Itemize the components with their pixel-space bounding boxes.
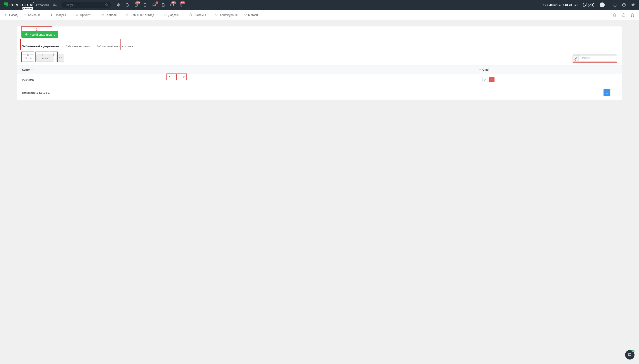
nav-appearance[interactable]: Зовнішній вигляд bbox=[126, 13, 158, 16]
table-search[interactable] bbox=[573, 54, 617, 62]
shopping-icon bbox=[243, 13, 247, 16]
tasks-icon[interactable]: 250 bbox=[134, 3, 138, 7]
clipboard-icon[interactable] bbox=[143, 3, 147, 7]
svg-point-19 bbox=[103, 16, 103, 16]
mail-icon[interactable]: 964 bbox=[170, 3, 174, 7]
globe-icon bbox=[189, 13, 192, 16]
button-label: Новий спам фільтр bbox=[29, 33, 55, 36]
nav-back[interactable]: Назад bbox=[5, 13, 18, 16]
chevron-down-icon bbox=[155, 14, 158, 16]
panel-top: Новий спам фільтр bbox=[17, 26, 622, 42]
footer-info: Показано 1 до 1 з 1 bbox=[22, 91, 50, 94]
nav-label: Компанія bbox=[28, 13, 40, 16]
create-dropdown[interactable]: Створити bbox=[36, 3, 50, 7]
table-footer: Показано 1 до 1 з 1 1 bbox=[17, 85, 622, 96]
nav-back-label: Назад bbox=[9, 13, 18, 16]
thumbs-up-icon[interactable] bbox=[621, 13, 625, 17]
stats-icon[interactable] bbox=[53, 3, 57, 7]
column-label: Контент bbox=[22, 68, 33, 71]
button-label: Експорт bbox=[40, 56, 51, 60]
currency-rate: USD: 40.67 UAH / 40.73 UAH bbox=[542, 3, 577, 7]
bell-icon[interactable]: 620 bbox=[179, 3, 183, 7]
palette-icon bbox=[126, 13, 129, 16]
nav-config[interactable]: Конфігурація bbox=[215, 13, 238, 16]
nav-projects[interactable]: Проекти bbox=[75, 13, 95, 16]
brand-logo[interactable]: PERFECTUM ® CRM+ERP bbox=[4, 2, 33, 8]
delete-row-button[interactable] bbox=[489, 77, 494, 82]
nav-label: Проекти bbox=[80, 13, 91, 16]
dollar-icon bbox=[50, 13, 53, 16]
column-content-header[interactable]: Контент ▲▼ bbox=[22, 68, 482, 71]
page-size-value: 10 bbox=[24, 56, 27, 60]
refresh-button[interactable] bbox=[56, 54, 64, 62]
svg-line-39 bbox=[576, 58, 577, 59]
table-header: Контент ▲▼ Опції bbox=[17, 65, 622, 74]
chevron-down-icon bbox=[42, 14, 44, 16]
tasks-badge: 250 bbox=[135, 1, 140, 4]
nav-store[interactable]: Магазин bbox=[243, 13, 259, 16]
stack-icon[interactable] bbox=[612, 13, 616, 17]
page-body: 1 2 3 4 5 6 Новий спам фільтр Заблокован… bbox=[0, 20, 639, 106]
plus-circle-icon bbox=[25, 33, 28, 36]
power-icon[interactable] bbox=[613, 3, 617, 7]
chevron-down-icon bbox=[605, 4, 608, 6]
page-next-button[interactable] bbox=[610, 89, 617, 96]
brand-registered-icon: ® bbox=[33, 2, 35, 4]
nav-label: Зовнішній вигляд bbox=[131, 13, 154, 16]
tab-blocked-senders[interactable]: Заблоковані відправники bbox=[22, 42, 59, 51]
search-icon bbox=[105, 3, 108, 7]
app-top-header: PERFECTUM ® CRM+ERP Створити 250 4 bbox=[0, 0, 639, 10]
svg-line-1 bbox=[107, 5, 108, 6]
pagination: 1 bbox=[597, 89, 617, 96]
messages-icon[interactable]: 4 bbox=[152, 3, 156, 7]
document-icon[interactable] bbox=[161, 3, 165, 7]
sliders-icon bbox=[215, 13, 218, 16]
nav-label: Торгівля bbox=[105, 13, 116, 16]
user-menu[interactable] bbox=[600, 2, 608, 8]
nav-label: Продажі bbox=[55, 13, 66, 16]
create-label: Створити bbox=[36, 3, 49, 7]
star-icon[interactable] bbox=[630, 13, 634, 17]
chevron-down-icon bbox=[181, 14, 183, 16]
messages-badge: 4 bbox=[155, 1, 158, 4]
export-button[interactable]: Експорт bbox=[36, 54, 54, 62]
nav-system[interactable]: Системні bbox=[189, 13, 209, 16]
chat-icon[interactable] bbox=[125, 3, 129, 7]
chevron-down-icon bbox=[118, 14, 120, 16]
nav-commerce[interactable]: Торгівля bbox=[101, 13, 120, 16]
svg-point-31 bbox=[244, 16, 245, 16]
nav-company[interactable]: Компанія bbox=[23, 13, 44, 16]
chevron-left-icon bbox=[599, 92, 601, 94]
page-prev-button[interactable] bbox=[597, 89, 603, 96]
new-spam-filter-button[interactable]: Новий спам фільтр bbox=[22, 31, 58, 38]
global-search[interactable] bbox=[62, 2, 111, 8]
building-icon bbox=[23, 13, 27, 16]
settings-icon[interactable] bbox=[631, 3, 635, 7]
spam-filters-panel: 1 2 3 4 5 6 Новий спам фільтр Заблокован… bbox=[17, 26, 622, 100]
header-icons: 250 4 964 620 bbox=[114, 3, 538, 7]
svg-marker-33 bbox=[613, 14, 616, 15]
table-search-input[interactable] bbox=[579, 55, 617, 62]
column-label: Опції bbox=[482, 68, 489, 71]
global-search-input[interactable] bbox=[62, 2, 111, 8]
refresh-icon bbox=[59, 56, 62, 60]
table-row: Реклама 7 8 bbox=[17, 74, 622, 85]
sort-indicator-icon: ▲▼ bbox=[479, 68, 481, 71]
page-number-button[interactable]: 1 bbox=[603, 89, 610, 96]
avatar bbox=[600, 2, 605, 8]
nav-addons[interactable]: Додатки bbox=[164, 13, 183, 16]
clock-time: 14:40 bbox=[582, 2, 595, 8]
page-size-select[interactable]: 10 ▲▼ bbox=[22, 54, 34, 62]
svg-marker-17 bbox=[76, 14, 78, 15]
volume-icon[interactable] bbox=[116, 3, 120, 7]
tab-blocked-keywords[interactable]: Заблоковані ключові слова bbox=[97, 42, 133, 51]
help-icon[interactable] bbox=[622, 3, 626, 7]
page-number: 1 bbox=[606, 91, 608, 94]
edit-row-button[interactable] bbox=[482, 77, 488, 82]
table-search-button[interactable] bbox=[573, 55, 579, 62]
svg-marker-34 bbox=[631, 14, 634, 16]
tab-blocked-subjects[interactable]: Заблоковані теми bbox=[66, 42, 90, 51]
nav-sales[interactable]: Продажі bbox=[50, 13, 69, 16]
bell-badge: 620 bbox=[180, 1, 185, 4]
table-toolbar: 10 ▲▼ Експорт bbox=[17, 51, 622, 62]
